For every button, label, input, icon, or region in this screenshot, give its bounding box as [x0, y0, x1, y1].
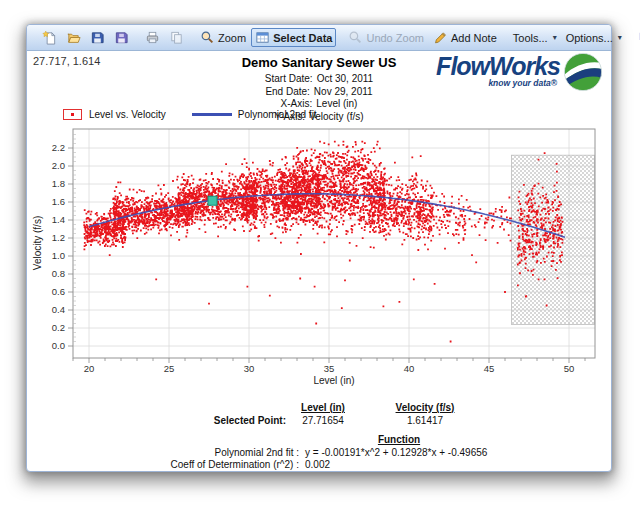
fit-equation-label: Polynomial 2nd fit : [47, 447, 299, 458]
svg-text:0.8: 0.8 [52, 268, 65, 279]
cursor-coordinates-readout: 27.717, 1.614 [33, 55, 100, 67]
svg-text:35: 35 [324, 363, 335, 374]
open-folder-icon [66, 30, 81, 45]
select-data-button-label: Select Data [273, 32, 332, 44]
undo-zoom-button-label: Undo Zoom [366, 32, 423, 44]
open-button[interactable] [62, 28, 85, 47]
svg-text:1.6: 1.6 [52, 196, 65, 207]
add-note-button-label: Add Note [451, 32, 497, 44]
flowworks-globe-icon [563, 52, 603, 92]
svg-text:1.8: 1.8 [52, 178, 65, 189]
options-dropdown[interactable]: Options... ▾ [562, 30, 626, 46]
save-icon [90, 30, 105, 45]
select-data-table-icon [255, 30, 270, 45]
zoom-button[interactable]: Zoom [196, 28, 250, 47]
r2-label: Coeff of Determination (r^2) : [47, 459, 299, 470]
new-document-icon [42, 30, 57, 45]
brand-name: FlowWorks [436, 54, 560, 78]
selected-point-level-value: 27.71654 [273, 415, 373, 426]
svg-text:25: 25 [164, 363, 175, 374]
svg-text:0.4: 0.4 [52, 304, 65, 315]
copy-button[interactable] [165, 28, 188, 47]
svg-text:30: 30 [244, 363, 255, 374]
tools-dropdown-label: Tools... [513, 32, 548, 44]
help-button[interactable]: Help [634, 28, 640, 47]
selected-point-velocity-header: Velocity (f/s) [375, 402, 475, 413]
zoom-button-label: Zoom [218, 32, 246, 44]
select-data-button[interactable]: Select Data [251, 28, 336, 47]
new-button[interactable] [38, 28, 61, 47]
svg-text:1.4: 1.4 [52, 214, 65, 225]
copy-icon [169, 30, 184, 45]
chevron-down-icon: ▾ [553, 33, 557, 42]
flowworks-logo: FlowWorks know your data® [436, 52, 603, 92]
svg-text:0.0: 0.0 [52, 340, 65, 351]
svg-text:1.2: 1.2 [52, 232, 65, 243]
svg-text:45: 45 [484, 363, 495, 374]
save-as-icon [114, 30, 129, 45]
undo-zoom-button[interactable]: Undo Zoom [344, 28, 427, 47]
r2-value: 0.002 [305, 459, 330, 470]
tools-dropdown[interactable]: Tools... ▾ [509, 30, 561, 46]
print-icon [145, 30, 160, 45]
pencil-icon [433, 30, 448, 45]
svg-text:0.2: 0.2 [52, 322, 65, 333]
save-button[interactable] [86, 28, 109, 47]
svg-text:20: 20 [84, 363, 95, 374]
options-dropdown-label: Options... [566, 32, 613, 44]
add-note-button[interactable]: Add Note [429, 28, 501, 47]
selected-point-label: Selected Point: [67, 415, 286, 426]
svg-text:Velocity (f/s): Velocity (f/s) [32, 216, 43, 270]
toolbar: Zoom Select Data Undo Zoom Add Note Tool… [27, 25, 611, 51]
svg-text:1.0: 1.0 [52, 250, 65, 261]
undo-zoom-icon [348, 30, 363, 45]
function-header: Function [303, 434, 495, 445]
save-as-button[interactable] [110, 28, 133, 47]
svg-text:40: 40 [404, 363, 415, 374]
chart-svg[interactable]: 202530354045500.00.20.40.60.81.01.21.41.… [31, 101, 606, 393]
svg-text:2.0: 2.0 [52, 160, 65, 171]
svg-text:0.6: 0.6 [52, 286, 65, 297]
svg-text:50: 50 [564, 363, 575, 374]
svg-text:2.2: 2.2 [52, 142, 65, 153]
selected-point-level-header: Level (in) [273, 402, 373, 413]
selected-point-velocity-value: 1.61417 [375, 415, 475, 426]
svg-text:Level (in): Level (in) [313, 375, 354, 386]
print-button[interactable] [141, 28, 164, 47]
fit-equation-value: y = -0.00191*x^2 + 0.12928*x + -0.49656 [305, 447, 487, 458]
app-window: Zoom Select Data Undo Zoom Add Note Tool… [26, 24, 612, 472]
zoom-icon [200, 30, 215, 45]
chevron-down-icon: ▾ [618, 33, 622, 42]
